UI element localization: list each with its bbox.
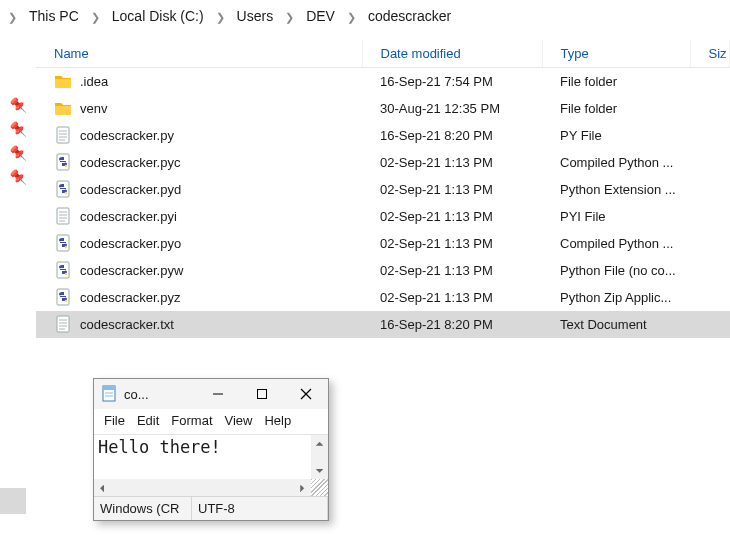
file-type: PYI File [542, 203, 690, 230]
file-row[interactable]: codescracker.pyd02-Sep-21 1:13 PMPython … [36, 176, 730, 203]
column-header-date[interactable]: Date modified [362, 40, 542, 68]
file-type: Compiled Python ... [542, 149, 690, 176]
breadcrumb-item[interactable]: Local Disk (C:) [108, 6, 208, 26]
file-row[interactable]: .idea16-Sep-21 7:54 PMFile folder [36, 68, 730, 95]
sort-caret-icon: ⌃ [195, 40, 203, 47]
maximize-button[interactable] [240, 379, 284, 409]
status-encoding: UTF-8 [192, 497, 328, 520]
doc-icon [54, 126, 72, 144]
file-row[interactable]: codescracker.pyz02-Sep-21 1:13 PMPython … [36, 284, 730, 311]
file-type: Compiled Python ... [542, 230, 690, 257]
file-date: 02-Sep-21 1:13 PM [362, 176, 542, 203]
file-row[interactable]: codescracker.txt16-Sep-21 8:20 PMText Do… [36, 311, 730, 338]
py-icon [54, 153, 72, 171]
svg-rect-1 [103, 386, 115, 390]
file-type: Text Document [542, 311, 690, 338]
file-size [690, 95, 730, 122]
scroll-left-icon[interactable]: ⏴ [94, 479, 111, 496]
pin-icon: 📌 [10, 126, 26, 138]
file-name: codescracker.txt [80, 317, 174, 332]
py-icon [54, 261, 72, 279]
file-type: File folder [542, 95, 690, 122]
menu-edit[interactable]: Edit [133, 411, 163, 430]
scroll-down-icon[interactable]: ⏷ [311, 462, 328, 479]
menu-file[interactable]: File [100, 411, 129, 430]
notepad-window[interactable]: co... File Edit Format View Help Hello t… [93, 378, 329, 521]
file-row[interactable]: venv30-Aug-21 12:35 PMFile folder [36, 95, 730, 122]
file-type: PY File [542, 122, 690, 149]
column-header-name[interactable]: ⌃Name [36, 40, 362, 68]
svg-rect-5 [258, 390, 267, 399]
breadcrumb-item[interactable]: DEV [302, 6, 339, 26]
menu-format[interactable]: Format [167, 411, 216, 430]
file-size [690, 176, 730, 203]
chevron-right-icon: ❯ [281, 11, 298, 24]
column-header-row: ⌃Name Date modified Type Siz [36, 40, 730, 68]
file-row[interactable]: codescracker.pyo02-Sep-21 1:13 PMCompile… [36, 230, 730, 257]
file-size [690, 257, 730, 284]
file-name: venv [80, 101, 107, 116]
py-icon [54, 288, 72, 306]
file-size [690, 122, 730, 149]
file-row[interactable]: codescracker.pyc02-Sep-21 1:13 PMCompile… [36, 149, 730, 176]
chevron-right-icon: ❯ [87, 11, 104, 24]
chevron-right-icon: ❯ [212, 11, 229, 24]
file-size [690, 311, 730, 338]
notepad-statusbar: Windows (CR UTF-8 [94, 496, 328, 520]
file-date: 02-Sep-21 1:13 PM [362, 284, 542, 311]
column-header-type[interactable]: Type [542, 40, 690, 68]
file-size [690, 149, 730, 176]
file-size [690, 203, 730, 230]
scroll-up-icon[interactable]: ⏶ [311, 435, 328, 452]
file-name: codescracker.pyi [80, 209, 177, 224]
pin-icon: 📌 [10, 102, 26, 114]
chevron-right-icon: ❯ [343, 11, 360, 24]
scrollbar-horizontal[interactable]: ⏴ ⏵ [94, 479, 311, 496]
file-row[interactable]: codescracker.py16-Sep-21 8:20 PMPY File [36, 122, 730, 149]
notepad-menubar: File Edit Format View Help [94, 409, 328, 435]
file-name: codescracker.pyc [80, 155, 180, 170]
file-name: .idea [80, 74, 108, 89]
notepad-titlebar[interactable]: co... [94, 379, 328, 409]
close-button[interactable] [284, 379, 328, 409]
file-date: 02-Sep-21 1:13 PM [362, 203, 542, 230]
file-type: Python Extension ... [542, 176, 690, 203]
menu-help[interactable]: Help [260, 411, 295, 430]
file-type: Python Zip Applic... [542, 284, 690, 311]
file-name: codescracker.py [80, 128, 174, 143]
file-name: codescracker.pyo [80, 236, 181, 251]
py-icon [54, 234, 72, 252]
file-date: 02-Sep-21 1:13 PM [362, 149, 542, 176]
file-date: 16-Sep-21 8:20 PM [362, 122, 542, 149]
breadcrumb-item[interactable]: This PC [25, 6, 83, 26]
folder-icon [54, 99, 72, 117]
breadcrumb-item[interactable]: codescracker [364, 6, 455, 26]
file-size [690, 230, 730, 257]
minimize-button[interactable] [196, 379, 240, 409]
nav-selected-stub [0, 488, 26, 514]
py-icon [54, 180, 72, 198]
column-header-size[interactable]: Siz [690, 40, 730, 68]
pin-icon: 📌 [10, 150, 26, 162]
file-size [690, 284, 730, 311]
file-size [690, 68, 730, 95]
notepad-text-area[interactable]: Hello there! [94, 435, 328, 479]
notepad-title: co... [124, 387, 149, 402]
scroll-right-icon[interactable]: ⏵ [294, 479, 311, 496]
file-row[interactable]: codescracker.pyi02-Sep-21 1:13 PMPYI Fil… [36, 203, 730, 230]
file-row[interactable]: codescracker.pyw02-Sep-21 1:13 PMPython … [36, 257, 730, 284]
menu-view[interactable]: View [221, 411, 257, 430]
file-date: 16-Sep-21 8:20 PM [362, 311, 542, 338]
file-name: codescracker.pyw [80, 263, 183, 278]
file-name: codescracker.pyz [80, 290, 180, 305]
file-date: 02-Sep-21 1:13 PM [362, 230, 542, 257]
doc-icon [54, 315, 72, 333]
notepad-icon [100, 385, 118, 403]
chevron-right-icon: ❯ [4, 11, 21, 24]
file-date: 30-Aug-21 12:35 PM [362, 95, 542, 122]
file-name: codescracker.pyd [80, 182, 181, 197]
file-list-area: ⌃Name Date modified Type Siz .idea16-Sep… [36, 40, 730, 338]
breadcrumb-item[interactable]: Users [233, 6, 278, 26]
folder-icon [54, 72, 72, 90]
scrollbar-vertical[interactable]: ⏶ ⏷ [311, 435, 328, 479]
